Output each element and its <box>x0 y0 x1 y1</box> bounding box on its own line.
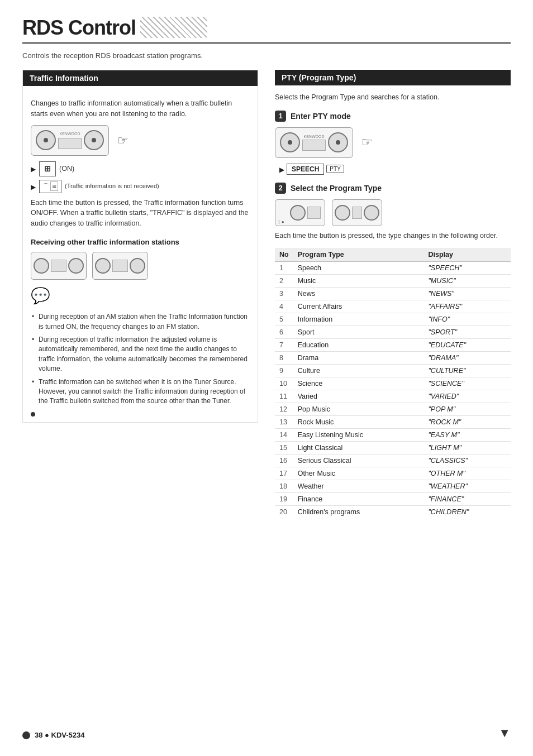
table-cell-display: "EASY M" <box>423 428 511 441</box>
table-cell-no: 4 <box>275 300 293 313</box>
arrow-right-icon-2: ▶ <box>31 182 36 192</box>
traffic-section: Traffic Information Changes to traffic i… <box>22 70 258 423</box>
table-cell-display: "SPEECH" <box>423 261 511 274</box>
table-cell-program: Other Music <box>293 467 424 480</box>
table-cell-no: 9 <box>275 364 293 377</box>
table-cell-display: "WEATHER" <box>423 480 511 492</box>
step1-dial-2 <box>328 132 348 152</box>
on-display-box: ⊞ <box>39 161 56 176</box>
pty-table-header-row: No Program Type Display <box>275 248 511 262</box>
table-cell-display: "NEWS" <box>423 287 511 300</box>
not-received-indicator: ▶ ⌒ ≋ (Traffic information is not receiv… <box>31 180 159 193</box>
bullet-item-1: During reception of an AM station when t… <box>31 312 250 332</box>
step2-dial-3 <box>364 205 379 221</box>
table-cell-no: 19 <box>275 492 293 505</box>
table-cell-program: Information <box>293 313 424 326</box>
pty-section: PTY (Program Type) Selects the Program T… <box>275 70 511 518</box>
table-cell-no: 10 <box>275 377 293 390</box>
small-dial-1 <box>34 258 49 274</box>
table-cell-no: 5 <box>275 313 293 326</box>
table-cell-program: News <box>293 287 424 300</box>
step2-dial-2 <box>335 205 350 221</box>
small-device-1 <box>31 252 87 280</box>
table-cell-display: "ROCK M" <box>423 415 511 428</box>
table-cell-no: 7 <box>275 338 293 351</box>
table-cell-program: Children's programs <box>293 505 424 518</box>
table-cell-display: "CLASSICS" <box>423 454 511 467</box>
not-received-box: ⌒ ≋ <box>39 180 61 193</box>
pty-subtitle: Selects the Program Type and searches fo… <box>275 92 511 103</box>
table-cell-program: Current Affairs <box>293 300 424 313</box>
step1-dial-1 <box>280 132 300 152</box>
page-number-area: 38 ● KDV-5234 <box>22 731 85 739</box>
table-row: 2Music"MUSIC" <box>275 274 511 287</box>
table-cell-no: 8 <box>275 351 293 364</box>
table-cell-display: "CULTURE" <box>423 364 511 377</box>
two-device-row <box>31 252 250 280</box>
table-cell-program: Serious Classical <box>293 454 424 467</box>
page-subtitle: Controls the reception RDS broadcast sta… <box>22 51 511 60</box>
table-cell-no: 6 <box>275 326 293 338</box>
right-column: PTY (Program Type) Selects the Program T… <box>275 70 511 518</box>
step1-num: 1 <box>275 111 286 122</box>
table-row: 17Other Music"OTHER M" <box>275 467 511 480</box>
small-device-2 <box>92 252 148 280</box>
pty-box: PTY <box>326 165 344 173</box>
indicators: ▶ ⊞ (ON) ▶ ⌒ ≋ <box>31 161 159 193</box>
table-cell-no: 13 <box>275 415 293 428</box>
step2-screen-1 <box>307 207 321 219</box>
table-cell-display: "EDUCATE" <box>423 338 511 351</box>
page: RDS Control Controls the reception RDS b… <box>0 0 533 756</box>
table-cell-no: 11 <box>275 390 293 403</box>
left-column: Traffic Information Changes to traffic i… <box>22 70 258 518</box>
small-screen-1 <box>51 260 66 272</box>
bullet-item-3: Traffic information can be switched when… <box>31 377 250 406</box>
device-screen-1 <box>58 138 82 149</box>
table-row: 15Light Classical"LIGHT M" <box>275 441 511 454</box>
table-row: 1Speech"SPEECH" <box>275 261 511 274</box>
step1-hand-icon: ☞ <box>359 131 375 154</box>
table-cell-display: "CHILDREN" <box>423 505 511 518</box>
header-decoration <box>146 17 511 38</box>
table-row: 20Children's programs"CHILDREN" <box>275 505 511 518</box>
table-row: 4Current Affairs"AFFAIRS" <box>275 300 511 313</box>
traffic-section-header: Traffic Information <box>23 70 258 86</box>
bottom-arrow-icon: ▼ <box>498 726 511 740</box>
traffic-description: Changes to traffic information automatic… <box>31 98 250 119</box>
table-cell-display: "OTHER M" <box>423 467 511 480</box>
table-cell-display: "FINANCE" <box>423 492 511 505</box>
table-cell-program: Sport <box>293 326 424 338</box>
indicator-row-1: ▶ ⊞ (ON) ▶ ⌒ ≋ <box>31 161 250 193</box>
step2-device-2 <box>332 199 382 226</box>
page-num-circle <box>22 731 30 739</box>
table-cell-no: 15 <box>275 441 293 454</box>
page-number-text: 38 ● KDV-5234 <box>35 731 85 739</box>
table-cell-display: "MUSIC" <box>423 274 511 287</box>
small-screen-2 <box>112 260 128 272</box>
pty-table-head: No Program Type Display <box>275 248 511 262</box>
pty-section-header: PTY (Program Type) <box>275 70 511 85</box>
table-row: 13Rock Music"ROCK M" <box>275 415 511 428</box>
table-cell-display: "POP M" <box>423 403 511 415</box>
table-cell-program: Speech <box>293 261 424 274</box>
table-cell-program: Light Classical <box>293 441 424 454</box>
step2-device-1: 1 ● <box>275 199 325 226</box>
main-content: Traffic Information Changes to traffic i… <box>22 70 511 518</box>
table-cell-program: Culture <box>293 364 424 377</box>
table-row: 14Easy Listening Music"EASY M" <box>275 428 511 441</box>
kenwood-label-1: KENWOOD <box>58 131 82 137</box>
step2-device-row: 1 ● <box>275 199 511 226</box>
step2-description: Each time the button is pressed, the typ… <box>275 231 511 241</box>
table-cell-program: Drama <box>293 351 424 364</box>
table-row: 19Finance"FINANCE" <box>275 492 511 505</box>
step2-screen-2 <box>352 207 362 219</box>
speech-indicator: ▶ SPEECH PTY <box>279 164 511 175</box>
device-diagram-row: KENWOOD ☞ <box>31 125 250 156</box>
step1-label: Enter PTY mode <box>291 112 351 121</box>
table-cell-program: Education <box>293 338 424 351</box>
col-display-header: Display <box>423 248 511 262</box>
pty-table: No Program Type Display 1Speech"SPEECH"2… <box>275 248 511 518</box>
bullet-item-2: During reception of traffic information … <box>31 335 250 374</box>
step1-device-diagram: KENWOOD <box>275 127 353 158</box>
page-header: RDS Control <box>22 17 511 44</box>
